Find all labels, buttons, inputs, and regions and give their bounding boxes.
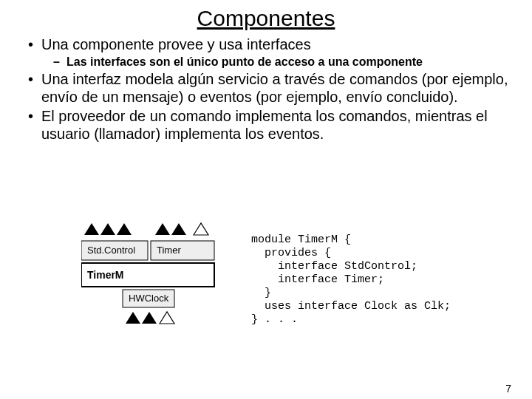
code-line-5: } (251, 287, 271, 299)
diagram-timer-label: Timer (157, 245, 181, 256)
code-line-3: interface StdControl; (251, 260, 417, 273)
svg-marker-5 (194, 223, 208, 235)
svg-marker-1 (100, 223, 115, 235)
bullet-1-text: Una componente provee y usa interfaces (41, 36, 311, 52)
svg-marker-11 (142, 312, 157, 324)
page-number: 7 (505, 383, 511, 395)
bullet-3: El proveedor de un comando implementa lo… (31, 107, 514, 143)
slide: Componentes Una componente provee y usa … (0, 6, 532, 399)
svg-marker-2 (117, 223, 132, 235)
bullet-1: Una componente provee y usa interfaces L… (31, 35, 514, 69)
code-line-2: provides { (251, 247, 331, 259)
diagram-hwclock-label: HWClock (129, 293, 169, 304)
component-diagram: Std.Control Timer TimerM HWClock module … (81, 220, 451, 361)
bullet-list: Una componente provee y usa interfaces L… (18, 35, 514, 143)
code-line-4: interface Timer; (251, 273, 384, 286)
svg-marker-12 (160, 312, 174, 324)
svg-marker-10 (126, 312, 140, 324)
diagram-stdcontrol-label: Std.Control (87, 245, 135, 256)
svg-marker-4 (171, 223, 186, 235)
bullet-2: Una interfaz modela algún servicio a tra… (31, 70, 514, 106)
bullet-1-sublist: Las interfaces son el único punto de acc… (56, 55, 514, 69)
code-line-6: uses interface Clock as Clk; (251, 300, 451, 313)
diagram-module-label: TimerM (87, 269, 124, 281)
code-line-1: module TimerM { (251, 233, 351, 246)
code-line-7: } . . . (251, 313, 298, 326)
slide-title: Componentes (0, 6, 532, 31)
svg-marker-0 (84, 223, 99, 235)
bullet-1-sub-1: Las interfaces son el único punto de acc… (56, 55, 514, 69)
svg-marker-3 (155, 223, 170, 235)
